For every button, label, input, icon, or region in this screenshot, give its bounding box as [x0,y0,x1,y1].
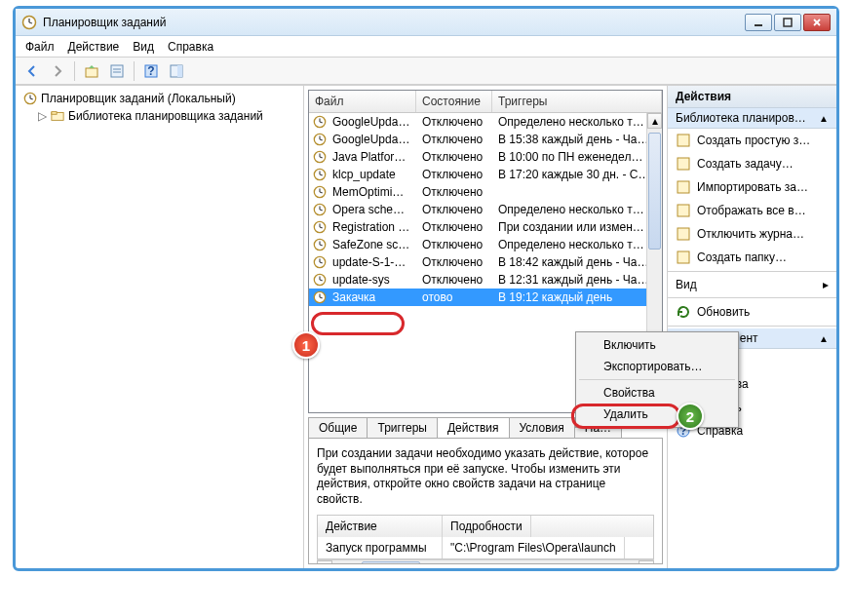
task-row[interactable]: update-S-1-… Отключено В 18:42 каждый де… [309,253,662,271]
menu-view[interactable]: Вид [133,40,154,54]
collapse-icon[interactable]: ▲ [819,333,829,344]
action-item[interactable]: Создать задачу… [668,152,836,175]
maximize-button[interactable] [774,14,801,31]
clock-icon [313,255,327,269]
task-row[interactable]: GoogleUpda… Отключено Определено несколь… [309,113,662,131]
task-name: GoogleUpda… [327,114,416,130]
svg-rect-58 [678,251,689,263]
task-state: Отключено [416,272,492,288]
svg-rect-7 [86,68,97,77]
task-trigger: В 10:00 по ПН еженедел… [492,149,662,165]
forward-button[interactable] [47,60,68,82]
tree-child[interactable]: ▷ Библиотека планировщика заданий [33,107,299,125]
task-state: Отключено [416,219,492,235]
scrollbar-horizontal[interactable]: ◂ ▸ [317,559,654,564]
tab-general[interactable]: Общие [308,417,368,438]
action-item[interactable]: Импортировать за… [668,175,836,199]
task-name: Закачка [327,289,416,305]
menubar: Файл Действие Вид Справка [16,36,836,58]
task-trigger: В 18:42 каждый день - Ча… [492,254,662,270]
action-item-label: Отключить журна… [697,227,804,241]
scroll-up-icon[interactable]: ▴ [647,113,662,129]
display-icon [676,203,691,218]
action-item-label: Импортировать за… [697,180,808,194]
annotation-badge-2: 2 [677,403,704,430]
actions-section-library[interactable]: Библиотека планиров… ▲ [668,108,836,129]
ctx-properties[interactable]: Свойства [578,382,736,404]
clock-icon [23,92,37,105]
scroll-right-icon[interactable]: ▸ [639,560,654,564]
task-name: GoogleUpda… [327,132,416,147]
collapse-icon[interactable]: ▲ [819,113,829,124]
action-item-label: Создать задачу… [697,157,794,171]
task-name: update-S-1-… [327,254,416,270]
column-file[interactable]: Файл [309,91,416,112]
task-trigger: В 17:20 каждые 30 дн. - С… [492,167,662,182]
help-icon[interactable]: ? [140,60,162,82]
action-col-details[interactable]: Подробности [443,516,531,537]
task-row[interactable]: Opera sched… Отключено Определено нескол… [309,201,662,218]
tab-actions[interactable]: Действия [437,417,510,438]
properties-icon[interactable] [106,60,128,82]
ctx-export[interactable]: Экспортировать… [578,356,736,377]
context-menu: Включить Экспортировать… Свойства Удалит… [575,331,739,428]
folder-icon [676,250,691,265]
svg-rect-57 [678,228,689,240]
scroll-thumb-h[interactable] [362,561,420,564]
tree-root-label: Планировщик заданий (Локальный) [41,92,236,105]
task-row[interactable]: SafeZone sc… Отключено Определено нескол… [309,236,662,253]
task-row[interactable]: MemOptimi… Отключено [309,183,662,201]
action-item[interactable]: Отображать все в… [668,199,836,222]
actions-refresh[interactable]: Обновить [668,300,836,324]
clock-icon [313,115,327,129]
folder-icon [51,109,64,123]
action-row[interactable]: Запуск программы "C:\Program Files\Opera… [318,537,653,558]
clock-icon [313,290,327,304]
task-row[interactable]: Registration … Отключено При создании ил… [309,218,662,236]
menu-file[interactable]: Файл [25,40,55,54]
expand-icon[interactable]: ▷ [37,109,47,123]
task-trigger: Определено несколько т… [492,114,662,130]
ctx-enable[interactable]: Включить [578,334,736,356]
toolbar: ? [16,58,836,85]
tree-root[interactable]: Планировщик заданий (Локальный) [19,90,299,107]
svg-rect-14 [177,65,182,77]
clock-icon [313,150,327,164]
minimize-button[interactable] [745,14,772,31]
task-row[interactable]: klcp_update Отключено В 17:20 каждые 30 … [309,166,662,183]
action-item[interactable]: Создать простую з… [668,129,836,152]
menu-help[interactable]: Справка [168,40,213,54]
action-item[interactable]: Создать папку… [668,246,836,269]
action-item-label: Создать папку… [697,250,787,264]
ctx-delete[interactable]: Удалить [578,404,736,425]
scroll-left-icon[interactable]: ◂ [317,560,332,564]
annotation-badge-1: 1 [292,331,320,359]
action-col-action[interactable]: Действие [318,516,443,537]
center-pane: Файл Состояние Триггеры GoogleUpda… Откл… [304,86,667,568]
task-row[interactable]: GoogleUpda… Отключено В 15:38 каждый ден… [309,131,662,148]
menu-action[interactable]: Действие [68,40,120,54]
clock-icon [21,15,37,30]
tab-conditions[interactable]: Условия [509,417,575,438]
task-name: SafeZone sc… [327,237,416,252]
task-icon [676,156,691,172]
panel-icon[interactable] [166,60,187,82]
column-state[interactable]: Состояние [416,91,492,112]
task-row[interactable]: Закачка отово В 19:12 каждый день [309,289,662,306]
tree-pane: Планировщик заданий (Локальный) ▷ Библио… [16,86,304,568]
close-button[interactable] [803,14,831,31]
tab-triggers[interactable]: Триггеры [367,417,438,438]
clock-icon [313,273,327,287]
task-trigger [492,191,662,193]
task-state: Отключено [416,114,492,130]
task-trigger: В 19:12 каждый день [492,289,662,305]
scroll-thumb[interactable] [648,133,661,250]
task-row[interactable]: Java Platfor… Отключено В 10:00 по ПН еж… [309,148,662,166]
action-item[interactable]: Отключить журна… [668,222,836,246]
up-icon[interactable] [81,60,102,82]
back-button[interactable] [21,60,43,82]
task-row[interactable]: update-sys Отключено В 12:31 каждый день… [309,271,662,289]
actions-view[interactable]: Вид ▸ [668,274,836,295]
task-state: Отключено [416,132,492,147]
column-triggers[interactable]: Триггеры [492,91,662,112]
